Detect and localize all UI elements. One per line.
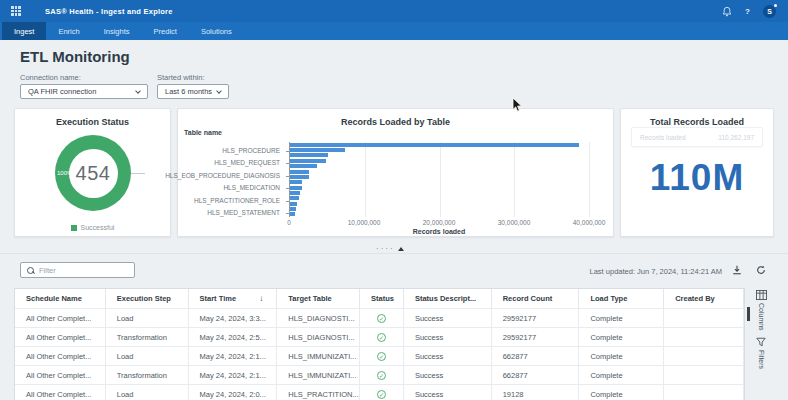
nav-tab-solutions[interactable]: Solutions — [189, 22, 244, 40]
table-row[interactable]: All Other Complet...TransformationMay 24… — [15, 365, 744, 384]
x-axis-tick-label: 30,000,000 — [498, 219, 531, 226]
gridline — [589, 142, 590, 217]
column-header-target[interactable]: Target Table — [277, 289, 360, 308]
cell-target: HLS_PRACTITION... — [277, 385, 360, 400]
fading-tooltip: Records loaded 110,262,197 — [631, 127, 763, 147]
started-within-label: Started within: — [157, 73, 205, 82]
column-header-desc[interactable]: Status Descript... — [404, 289, 492, 308]
bar-segment[interactable] — [290, 148, 345, 152]
y-axis-label: HLS_MED_REQUEST — [214, 159, 280, 166]
bar-segment[interactable] — [290, 186, 302, 190]
bar-segment[interactable] — [290, 175, 309, 179]
cell-desc: Success — [404, 347, 492, 365]
cell-target: HLS_IMMUNIZATI... — [277, 366, 360, 384]
cell-schedule: All Other Complet... — [15, 366, 106, 384]
columns-panel-button[interactable]: Columns — [756, 290, 767, 331]
etl-data-grid: Schedule NameExecution StepStart Time↓Ta… — [14, 288, 745, 400]
column-header-schedule[interactable]: Schedule Name — [15, 289, 106, 308]
column-header-start[interactable]: Start Time↓ — [189, 289, 278, 308]
notifications-bell-icon[interactable] — [721, 6, 732, 17]
app-header: SAS® Health - Ingest and Explore ? S — [0, 0, 788, 22]
cell-created_by — [664, 385, 744, 400]
success-status-icon: ✓ — [377, 314, 386, 323]
bar-segment[interactable] — [290, 159, 326, 163]
filters-panel-label: Filters — [758, 350, 765, 369]
success-status-icon: ✓ — [377, 333, 386, 342]
cell-step: Load — [106, 347, 189, 365]
connection-name-select[interactable]: QA FHIR connection — [20, 84, 148, 99]
execution-status-card: Execution Status 454 100% Successful — [14, 108, 171, 237]
table-row[interactable]: All Other Complet...LoadMay 24, 2024, 3:… — [15, 308, 744, 327]
filters-panel-button[interactable]: Filters — [756, 337, 766, 369]
refresh-icon[interactable] — [755, 264, 767, 276]
vertical-scrollbar-thumb[interactable] — [747, 307, 750, 321]
column-header-created_by[interactable]: Created By — [664, 289, 744, 308]
y-axis-labels: HLS_PROCEDUREHLS_MED_REQUESTHLS_EOB_PROC… — [178, 142, 285, 217]
nav-tab-insights[interactable]: Insights — [92, 22, 142, 40]
collapse-up-icon — [398, 247, 404, 251]
cell-start: May 24, 2024, 2:5... — [189, 328, 278, 346]
bar-plot[interactable] — [289, 142, 589, 217]
execution-status-donut[interactable]: 454 100% — [55, 135, 131, 211]
total-records-card: Total Records Loaded Records loaded 110,… — [620, 108, 774, 237]
bar-segment[interactable] — [290, 164, 317, 168]
success-status-icon: ✓ — [377, 390, 386, 399]
column-header-status[interactable]: Status — [360, 289, 404, 308]
apps-waffle-icon[interactable] — [11, 6, 21, 16]
main-nav: IngestEnrichInsightsPredictSolutions — [0, 22, 788, 40]
avatar[interactable]: S — [763, 5, 776, 18]
cell-start: May 24, 2024, 2:1... — [189, 347, 278, 365]
bar-segment[interactable] — [290, 170, 309, 174]
column-header-step[interactable]: Execution Step — [106, 289, 189, 308]
total-records-value: 110M — [621, 157, 773, 199]
download-icon[interactable] — [731, 264, 743, 276]
table-row[interactable]: All Other Complet...TransformationMay 24… — [15, 327, 744, 346]
cell-desc: Success — [404, 385, 492, 400]
execution-count: 454 — [76, 162, 111, 185]
bar-segment[interactable] — [290, 207, 296, 211]
cell-count: 662877 — [492, 366, 580, 384]
avatar-status-dot — [774, 4, 777, 7]
nav-tab-enrich[interactable]: Enrich — [46, 22, 91, 40]
bar-segment[interactable] — [290, 212, 295, 216]
cell-step: Load — [106, 309, 189, 327]
nav-tab-ingest[interactable]: Ingest — [2, 22, 46, 40]
total-records-title: Total Records Loaded — [621, 117, 773, 127]
bar-segment[interactable] — [290, 143, 579, 147]
cell-schedule: All Other Complet... — [15, 385, 106, 400]
gridline — [365, 142, 366, 217]
filter-funnel-icon — [756, 337, 766, 347]
cell-status: ✓ — [360, 309, 404, 327]
cell-desc: Success — [404, 309, 492, 327]
app-title: SAS® Health - Ingest and Explore — [45, 7, 173, 16]
help-icon[interactable]: ? — [745, 7, 750, 16]
panel-splitter-handle[interactable]: ···· — [376, 244, 404, 253]
table-row[interactable]: All Other Complet...LoadMay 24, 2024, 2:… — [15, 384, 744, 400]
last-updated-text: Last updated: Jun 7, 2024, 11:24:21 AM — [590, 267, 722, 276]
started-within-select[interactable]: Last 6 months — [157, 84, 229, 99]
bar-segment[interactable] — [290, 153, 328, 157]
x-axis-title: Records loaded — [289, 228, 589, 235]
column-header-count[interactable]: Record Count — [492, 289, 580, 308]
cell-schedule: All Other Complet... — [15, 347, 106, 365]
cell-status: ✓ — [360, 385, 404, 400]
bar-segment[interactable] — [290, 196, 299, 200]
execution-status-title: Execution Status — [15, 117, 170, 127]
grid-header-row: Schedule NameExecution StepStart Time↓Ta… — [15, 289, 744, 308]
y-axis-label: HLS_MEDICATION — [223, 184, 280, 191]
cell-count: 662877 — [492, 347, 580, 365]
cell-step: Load — [106, 385, 189, 400]
table-filter[interactable] — [20, 262, 135, 278]
bar-segment[interactable] — [290, 180, 302, 184]
column-header-load_type[interactable]: Load Type — [579, 289, 664, 308]
bar-segment[interactable] — [290, 191, 300, 195]
y-axis-label: HLS_PRACTITIONER_ROLE — [194, 197, 280, 204]
table-row[interactable]: All Other Complet...LoadMay 24, 2024, 2:… — [15, 346, 744, 365]
cell-load_type: Complete — [579, 347, 664, 365]
bar-segment[interactable] — [290, 202, 297, 206]
sort-descending-icon[interactable]: ↓ — [259, 294, 263, 303]
filter-input[interactable] — [39, 266, 119, 275]
cell-target: HLS_DIAGNOSTI... — [277, 328, 360, 346]
donut-legend: Successful — [15, 224, 170, 231]
nav-tab-predict[interactable]: Predict — [142, 22, 189, 40]
